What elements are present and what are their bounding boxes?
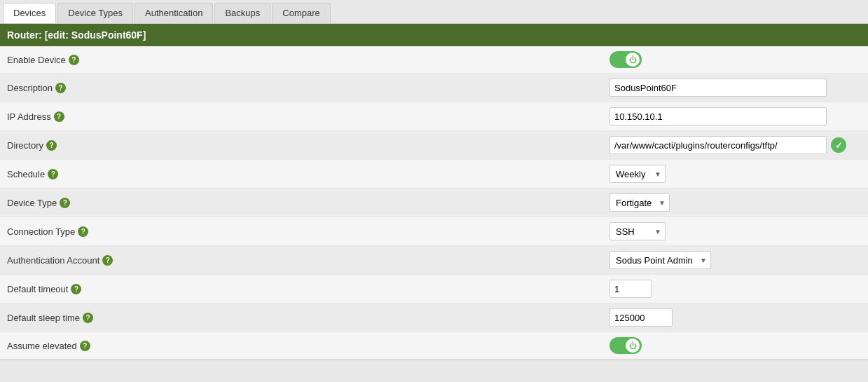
control-connection-type: SSH Telnet SNMP ▼ <box>609 222 861 240</box>
tab-devices[interactable]: Devices <box>3 3 56 23</box>
toggle-assume-elevated[interactable] <box>609 337 642 354</box>
select-connection-type[interactable]: SSH Telnet SNMP <box>609 222 666 240</box>
help-icon-enable-device[interactable]: ? <box>69 55 79 65</box>
label-directory: Directory ? <box>7 140 609 151</box>
tab-authentication[interactable]: Authentication <box>135 3 213 23</box>
field-default-timeout: Default timeout ? <box>0 275 868 303</box>
select-auth-account[interactable]: Sodus Point Admin Admin Default <box>609 251 711 269</box>
control-directory: ✓ <box>609 136 861 154</box>
field-description: Description ? <box>0 74 868 102</box>
control-device-type: Fortigate Cisco Juniper ▼ <box>609 193 861 212</box>
tab-backups[interactable]: Backups <box>214 3 270 23</box>
field-schedule: Schedule ? Weekly Daily Monthly ▼ <box>0 160 868 189</box>
field-default-sleep-time: Default sleep time ? <box>0 303 868 332</box>
help-icon-assume-elevated[interactable]: ? <box>80 341 90 351</box>
control-assume-elevated <box>609 337 861 354</box>
field-assume-elevated: Assume elevated ? <box>0 332 868 360</box>
help-icon-auth-account[interactable]: ? <box>102 255 113 266</box>
control-default-sleep-time <box>609 308 861 327</box>
control-description <box>609 79 861 97</box>
field-enable-device: Enable Device ? <box>0 46 868 74</box>
label-schedule: Schedule ? <box>7 169 609 179</box>
form-content: Enable Device ? Description ? IP Address… <box>0 46 868 360</box>
control-ip-address <box>609 107 861 125</box>
label-enable-device: Enable Device ? <box>7 55 609 65</box>
field-connection-type: Connection Type ? SSH Telnet SNMP ▼ <box>0 217 868 246</box>
device-type-select-wrapper: Fortigate Cisco Juniper ▼ <box>609 193 670 212</box>
help-icon-default-sleep-time[interactable]: ? <box>83 313 93 323</box>
input-directory[interactable] <box>609 136 827 154</box>
control-default-timeout <box>609 280 861 298</box>
help-icon-connection-type[interactable]: ? <box>78 226 88 237</box>
help-icon-description[interactable]: ? <box>55 83 66 93</box>
label-device-type: Device Type ? <box>7 198 609 208</box>
schedule-select-wrapper: Weekly Daily Monthly ▼ <box>609 165 666 183</box>
label-default-sleep-time: Default sleep time ? <box>7 313 609 323</box>
input-ip-address[interactable] <box>609 107 827 125</box>
connection-type-select-wrapper: SSH Telnet SNMP ▼ <box>609 222 666 240</box>
tab-device-types[interactable]: Device Types <box>57 3 133 23</box>
input-description[interactable] <box>609 79 827 97</box>
auth-account-select-wrapper: Sodus Point Admin Admin Default ▼ <box>609 251 711 269</box>
label-description: Description ? <box>7 83 609 93</box>
tab-bar: Devices Device Types Authentication Back… <box>0 0 868 24</box>
field-ip-address: IP Address ? <box>0 102 868 131</box>
label-assume-elevated: Assume elevated ? <box>7 341 609 351</box>
field-auth-account: Authentication Account ? Sodus Point Adm… <box>0 246 868 275</box>
page-title: Router: [edit: SodusPoint60F] <box>7 29 146 41</box>
page-header: Router: [edit: SodusPoint60F] <box>0 24 868 46</box>
toggle-knob-enable-device <box>626 53 640 67</box>
directory-check-icon: ✓ <box>831 137 846 153</box>
help-icon-schedule[interactable]: ? <box>48 169 58 179</box>
select-device-type[interactable]: Fortigate Cisco Juniper <box>609 193 670 212</box>
help-icon-ip-address[interactable]: ? <box>54 111 64 122</box>
help-icon-default-timeout[interactable]: ? <box>71 284 81 294</box>
footer-area <box>0 360 868 382</box>
help-icon-directory[interactable]: ? <box>46 140 57 151</box>
input-default-timeout[interactable] <box>609 280 652 298</box>
label-connection-type: Connection Type ? <box>7 226 609 237</box>
field-directory: Directory ? ✓ <box>0 131 868 160</box>
label-auth-account: Authentication Account ? <box>7 255 609 266</box>
tab-compare[interactable]: Compare <box>272 3 330 23</box>
label-ip-address: IP Address ? <box>7 111 609 122</box>
control-enable-device <box>609 51 861 68</box>
control-auth-account: Sodus Point Admin Admin Default ▼ <box>609 251 861 269</box>
field-device-type: Device Type ? Fortigate Cisco Juniper ▼ <box>0 189 868 217</box>
help-icon-device-type[interactable]: ? <box>60 198 70 208</box>
label-default-timeout: Default timeout ? <box>7 284 609 294</box>
select-schedule[interactable]: Weekly Daily Monthly <box>609 165 666 183</box>
input-default-sleep-time[interactable] <box>609 308 673 327</box>
toggle-enable-device[interactable] <box>609 51 642 68</box>
control-schedule: Weekly Daily Monthly ▼ <box>609 165 861 183</box>
tabs-container: Devices Device Types Authentication Back… <box>0 0 868 24</box>
toggle-knob-assume-elevated <box>626 339 640 353</box>
